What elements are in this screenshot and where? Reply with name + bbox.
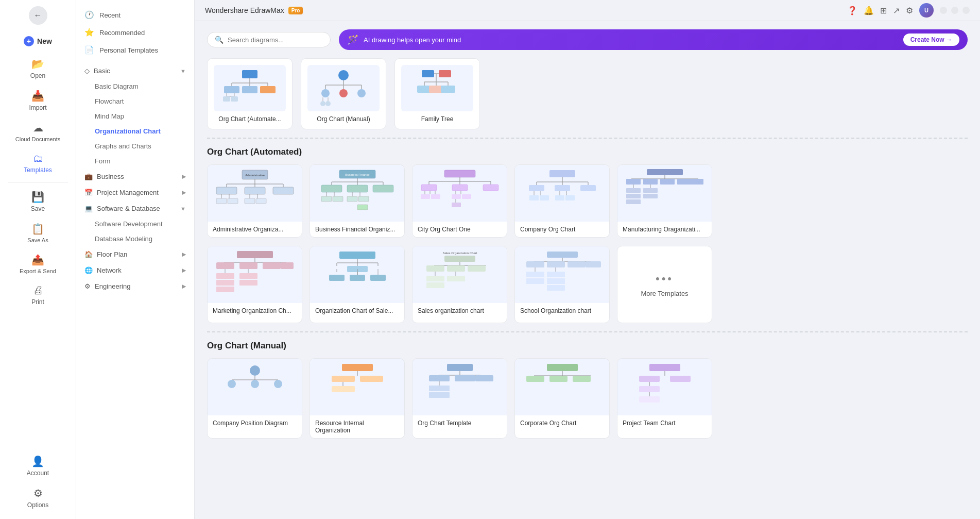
city-org-card[interactable]: City Org Chart One	[412, 164, 507, 238]
cloud-button[interactable]: ☁ Cloud Documents	[0, 118, 76, 146]
maximize-button[interactable]: ❐	[951, 7, 958, 14]
share-icon[interactable]: ↗	[893, 6, 900, 15]
svg-rect-208	[649, 364, 680, 371]
org-manual-card[interactable]: Org Chart (Manual)	[301, 58, 386, 129]
sales-chart-card[interactable]: Organization Chart of Sale...	[310, 246, 405, 323]
family-tree-card[interactable]: Family Tree	[394, 58, 480, 129]
floor-category[interactable]: 🏠 Floor Plan ▶	[76, 246, 194, 262]
notification-icon[interactable]: 🔔	[864, 6, 874, 15]
org-auto-card[interactable]: Org Chart (Automate...	[207, 58, 293, 129]
svg-rect-187	[342, 364, 373, 371]
manual-card-5[interactable]: Project Team Chart	[617, 358, 712, 439]
back-button[interactable]: ←	[29, 6, 47, 25]
project-category[interactable]: 📅 Project Management ▶	[76, 185, 194, 200]
company-org-card[interactable]: Company Org Chart	[514, 164, 610, 238]
sales-org-img: Sales Organization Chart	[412, 246, 507, 303]
svg-rect-83	[483, 185, 498, 191]
school-org-card[interactable]: School Organization chart	[514, 246, 610, 323]
minimize-button[interactable]: —	[940, 7, 947, 14]
print-button[interactable]: 🖨 Print	[0, 280, 76, 310]
svg-rect-136	[216, 280, 234, 286]
basic-category[interactable]: ◇ Basic ▼	[76, 63, 194, 79]
svg-rect-123	[626, 199, 641, 204]
options-button[interactable]: ⚙ Options	[0, 483, 76, 513]
city-org-img	[412, 165, 507, 222]
svg-point-181	[250, 365, 260, 376]
manual-img-5	[617, 359, 712, 415]
user-avatar[interactable]: U	[919, 3, 934, 18]
software-category[interactable]: 💻 Software & Database ▼	[76, 200, 194, 216]
svg-rect-45	[216, 187, 237, 194]
admin-org-img: Administrative	[208, 165, 302, 222]
search-box[interactable]: 🔍	[207, 32, 331, 47]
search-input[interactable]	[228, 36, 320, 44]
manual-card-1[interactable]: Company Position Diagram	[207, 358, 302, 439]
svg-rect-200	[429, 386, 450, 391]
svg-rect-91	[452, 194, 461, 199]
admin-org-card[interactable]: Administrative	[207, 164, 302, 238]
create-now-button[interactable]: Create Now →	[903, 34, 959, 46]
svg-rect-27	[422, 70, 434, 77]
section-divider-2	[207, 331, 968, 332]
mind-map-item[interactable]: Mind Map	[76, 109, 194, 124]
close-button[interactable]: ✕	[962, 7, 970, 14]
import-button[interactable]: 📥 Import	[0, 86, 76, 115]
section-divider-1	[207, 138, 968, 139]
svg-rect-122	[626, 194, 641, 198]
flowchart-item[interactable]: Flowchart	[76, 94, 194, 109]
account-button[interactable]: 👤 Account	[0, 451, 76, 481]
svg-rect-202	[547, 364, 578, 371]
svg-rect-51	[228, 198, 238, 204]
basic-diagram-item[interactable]: Basic Diagram	[76, 79, 194, 94]
marketing-org-card[interactable]: Marketing Organization Ch...	[207, 246, 302, 323]
manual-card-3[interactable]: Org Chart Template	[412, 358, 507, 439]
svg-rect-12	[223, 96, 230, 102]
basic-icon: ◇	[84, 67, 90, 75]
open-button[interactable]: 📂 Open	[0, 54, 76, 83]
help-icon[interactable]: ❓	[847, 6, 857, 15]
graphs-item[interactable]: Graphs and Charts	[76, 139, 194, 154]
svg-rect-178	[547, 272, 565, 277]
save-button[interactable]: 💾 Save	[0, 187, 76, 216]
svg-rect-156	[444, 256, 475, 262]
software-dev-item[interactable]: Software Development	[76, 216, 194, 231]
manual-label-4: Corporate Org Chart	[515, 415, 609, 431]
org-chart-item[interactable]: Organizational Chart	[76, 124, 194, 139]
cloud-icon: ☁	[33, 122, 43, 134]
more-templates-card[interactable]: ••• More Templates	[617, 246, 712, 323]
apps-icon[interactable]: ⊞	[880, 6, 887, 15]
manual-card-2[interactable]: Resource Internal Organization	[310, 358, 405, 439]
recent-item[interactable]: 🕐 Recent	[76, 6, 194, 24]
svg-rect-133	[281, 262, 294, 269]
templates-button[interactable]: 🗂 Templates	[0, 148, 76, 178]
export-button[interactable]: 📤 Export & Send	[0, 249, 76, 278]
new-button[interactable]: + New	[0, 31, 76, 52]
svg-point-186	[274, 380, 282, 388]
open-icon: 📂	[31, 58, 44, 70]
recommended-item[interactable]: ⭐ Recommended	[76, 24, 194, 41]
network-category[interactable]: 🌐 Network ▶	[76, 262, 194, 278]
svg-rect-215	[639, 396, 660, 403]
svg-rect-139	[239, 273, 257, 279]
form-item[interactable]: Form	[76, 154, 194, 169]
manual-card-4[interactable]: Corporate Org Chart	[514, 358, 610, 439]
pro-badge: Pro	[288, 7, 303, 14]
personal-templates-item[interactable]: 📄 Personal Templates	[76, 41, 194, 59]
svg-rect-106	[529, 195, 539, 200]
svg-rect-211	[670, 376, 691, 382]
engineering-category[interactable]: ⚙ Engineering ▶	[76, 278, 194, 294]
more-templates-label: More Templates	[641, 290, 688, 297]
biz-fin-card[interactable]: Business Finance	[310, 164, 405, 238]
svg-rect-121	[626, 188, 641, 193]
db-modeling-item[interactable]: Database Modeling	[76, 231, 194, 246]
settings-icon[interactable]: ⚙	[906, 6, 913, 15]
saveas-button[interactable]: 📋 Save As	[0, 219, 76, 247]
svg-rect-119	[689, 179, 703, 185]
account-icon: 👤	[31, 455, 44, 467]
admin-org-label: Administrative Organiza...	[208, 222, 302, 237]
sales-org-card[interactable]: Sales Organization Chart Sale	[412, 246, 507, 323]
svg-rect-176	[526, 278, 544, 284]
business-category[interactable]: 💼 Business ▶	[76, 169, 194, 185]
mfg-org-card[interactable]: Manufacturing Oraganizati...	[617, 164, 712, 238]
svg-rect-55	[256, 198, 266, 204]
